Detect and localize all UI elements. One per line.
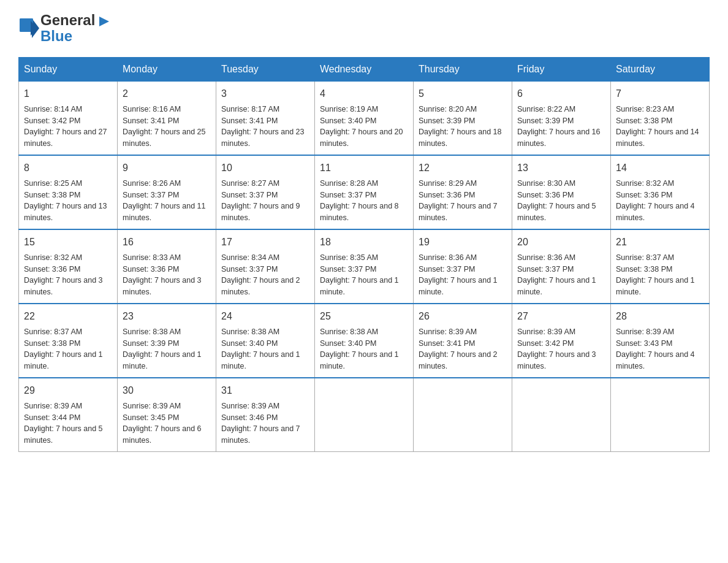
- day-number: 15: [24, 235, 112, 250]
- day-number: 3: [221, 86, 309, 101]
- day-number: 31: [221, 383, 309, 398]
- calendar-cell: [414, 378, 512, 452]
- logo-blue: Blue: [40, 28, 109, 44]
- day-info: Sunrise: 8:39 AMSunset: 3:43 PMDaylight:…: [616, 326, 704, 372]
- calendar-cell: 17Sunrise: 8:34 AMSunset: 3:37 PMDayligh…: [216, 229, 315, 304]
- day-info: Sunrise: 8:29 AMSunset: 3:36 PMDaylight:…: [419, 178, 507, 224]
- calendar-cell: 24Sunrise: 8:38 AMSunset: 3:40 PMDayligh…: [216, 304, 315, 378]
- calendar-cell: 5Sunrise: 8:20 AMSunset: 3:39 PMDaylight…: [414, 81, 512, 155]
- day-info: Sunrise: 8:39 AMSunset: 3:45 PMDaylight:…: [123, 400, 211, 446]
- day-number: 10: [221, 161, 309, 175]
- day-info: Sunrise: 8:20 AMSunset: 3:39 PMDaylight:…: [419, 104, 507, 150]
- day-info: Sunrise: 8:36 AMSunset: 3:37 PMDaylight:…: [517, 252, 605, 298]
- day-number: 17: [221, 235, 309, 250]
- day-number: 9: [123, 161, 211, 175]
- day-number: 6: [517, 86, 605, 101]
- page-header: General Blue: [18, 12, 710, 45]
- day-info: Sunrise: 8:25 AMSunset: 3:38 PMDaylight:…: [24, 178, 112, 224]
- logo-general: General: [40, 12, 95, 28]
- calendar-cell: 6Sunrise: 8:22 AMSunset: 3:39 PMDaylight…: [512, 81, 611, 155]
- day-info: Sunrise: 8:37 AMSunset: 3:38 PMDaylight:…: [616, 252, 704, 298]
- calendar-cell: 15Sunrise: 8:32 AMSunset: 3:36 PMDayligh…: [19, 229, 118, 304]
- calendar-cell: [512, 378, 611, 452]
- calendar-table: Sunday Monday Tuesday Wednesday Thursday…: [18, 57, 710, 452]
- calendar-cell: 3Sunrise: 8:17 AMSunset: 3:41 PMDaylight…: [216, 81, 315, 155]
- day-info: Sunrise: 8:38 AMSunset: 3:39 PMDaylight:…: [123, 326, 211, 372]
- day-info: Sunrise: 8:35 AMSunset: 3:37 PMDaylight:…: [320, 252, 408, 298]
- calendar-cell: 20Sunrise: 8:36 AMSunset: 3:37 PMDayligh…: [512, 229, 611, 304]
- day-number: 12: [419, 161, 507, 175]
- day-info: Sunrise: 8:39 AMSunset: 3:46 PMDaylight:…: [221, 400, 309, 446]
- calendar-header: Sunday Monday Tuesday Wednesday Thursday…: [19, 57, 710, 81]
- calendar-week-row: 8Sunrise: 8:25 AMSunset: 3:38 PMDaylight…: [19, 155, 710, 229]
- calendar-cell: 16Sunrise: 8:33 AMSunset: 3:36 PMDayligh…: [118, 229, 216, 304]
- day-number: 8: [24, 161, 112, 175]
- calendar-cell: 11Sunrise: 8:28 AMSunset: 3:37 PMDayligh…: [315, 155, 414, 229]
- day-number: 4: [320, 86, 408, 101]
- day-info: Sunrise: 8:23 AMSunset: 3:38 PMDaylight:…: [616, 104, 704, 150]
- day-info: Sunrise: 8:37 AMSunset: 3:38 PMDaylight:…: [24, 326, 112, 372]
- day-number: 18: [320, 235, 408, 250]
- svg-marker-4: [99, 17, 109, 26]
- calendar-cell: 10Sunrise: 8:27 AMSunset: 3:37 PMDayligh…: [216, 155, 315, 229]
- calendar-week-row: 1Sunrise: 8:14 AMSunset: 3:42 PMDaylight…: [19, 81, 710, 155]
- col-monday: Monday: [118, 57, 216, 81]
- day-number: 21: [616, 235, 704, 250]
- day-info: Sunrise: 8:39 AMSunset: 3:44 PMDaylight:…: [24, 400, 112, 446]
- day-number: 25: [320, 309, 408, 324]
- days-of-week-row: Sunday Monday Tuesday Wednesday Thursday…: [19, 57, 710, 81]
- calendar-cell: 2Sunrise: 8:16 AMSunset: 3:41 PMDaylight…: [118, 81, 216, 155]
- day-number: 20: [517, 235, 605, 250]
- calendar-cell: 23Sunrise: 8:38 AMSunset: 3:39 PMDayligh…: [118, 304, 216, 378]
- day-number: 27: [517, 309, 605, 324]
- day-number: 28: [616, 309, 704, 324]
- day-number: 1: [24, 86, 112, 101]
- col-tuesday: Tuesday: [216, 57, 315, 81]
- logo-icon: [18, 17, 40, 39]
- day-info: Sunrise: 8:28 AMSunset: 3:37 PMDaylight:…: [320, 178, 408, 224]
- calendar-cell: 25Sunrise: 8:38 AMSunset: 3:40 PMDayligh…: [315, 304, 414, 378]
- calendar-cell: 26Sunrise: 8:39 AMSunset: 3:41 PMDayligh…: [414, 304, 512, 378]
- day-number: 30: [123, 383, 211, 398]
- day-number: 26: [419, 309, 507, 324]
- calendar-cell: 19Sunrise: 8:36 AMSunset: 3:37 PMDayligh…: [414, 229, 512, 304]
- calendar-cell: 8Sunrise: 8:25 AMSunset: 3:38 PMDaylight…: [19, 155, 118, 229]
- calendar-body: 1Sunrise: 8:14 AMSunset: 3:42 PMDaylight…: [19, 81, 710, 451]
- day-info: Sunrise: 8:38 AMSunset: 3:40 PMDaylight:…: [320, 326, 408, 372]
- calendar-week-row: 22Sunrise: 8:37 AMSunset: 3:38 PMDayligh…: [19, 304, 710, 378]
- day-number: 22: [24, 309, 112, 324]
- calendar-cell: 22Sunrise: 8:37 AMSunset: 3:38 PMDayligh…: [19, 304, 118, 378]
- day-number: 7: [616, 86, 704, 101]
- calendar-cell: 9Sunrise: 8:26 AMSunset: 3:37 PMDaylight…: [118, 155, 216, 229]
- day-info: Sunrise: 8:32 AMSunset: 3:36 PMDaylight:…: [24, 252, 112, 298]
- day-number: 24: [221, 309, 309, 324]
- calendar-cell: 30Sunrise: 8:39 AMSunset: 3:45 PMDayligh…: [118, 378, 216, 452]
- day-info: Sunrise: 8:36 AMSunset: 3:37 PMDaylight:…: [419, 252, 507, 298]
- day-number: 14: [616, 161, 704, 175]
- calendar-cell: 18Sunrise: 8:35 AMSunset: 3:37 PMDayligh…: [315, 229, 414, 304]
- day-number: 23: [123, 309, 211, 324]
- day-info: Sunrise: 8:19 AMSunset: 3:40 PMDaylight:…: [320, 104, 408, 150]
- day-info: Sunrise: 8:14 AMSunset: 3:42 PMDaylight:…: [24, 104, 112, 150]
- day-number: 5: [419, 86, 507, 101]
- col-wednesday: Wednesday: [315, 57, 414, 81]
- day-info: Sunrise: 8:30 AMSunset: 3:36 PMDaylight:…: [517, 178, 605, 224]
- calendar-cell: 27Sunrise: 8:39 AMSunset: 3:42 PMDayligh…: [512, 304, 611, 378]
- day-number: 2: [123, 86, 211, 101]
- day-info: Sunrise: 8:39 AMSunset: 3:41 PMDaylight:…: [419, 326, 507, 372]
- calendar-cell: 31Sunrise: 8:39 AMSunset: 3:46 PMDayligh…: [216, 378, 315, 452]
- logo: General Blue: [18, 12, 109, 45]
- day-info: Sunrise: 8:27 AMSunset: 3:37 PMDaylight:…: [221, 178, 309, 224]
- day-number: 11: [320, 161, 408, 175]
- calendar-cell: 29Sunrise: 8:39 AMSunset: 3:44 PMDayligh…: [19, 378, 118, 452]
- day-info: Sunrise: 8:38 AMSunset: 3:40 PMDaylight:…: [221, 326, 309, 372]
- calendar-week-row: 29Sunrise: 8:39 AMSunset: 3:44 PMDayligh…: [19, 378, 710, 452]
- col-thursday: Thursday: [414, 57, 512, 81]
- calendar-week-row: 15Sunrise: 8:32 AMSunset: 3:36 PMDayligh…: [19, 229, 710, 304]
- calendar-cell: 12Sunrise: 8:29 AMSunset: 3:36 PMDayligh…: [414, 155, 512, 229]
- calendar-cell: 13Sunrise: 8:30 AMSunset: 3:36 PMDayligh…: [512, 155, 611, 229]
- calendar-cell: [315, 378, 414, 452]
- calendar-cell: 21Sunrise: 8:37 AMSunset: 3:38 PMDayligh…: [611, 229, 710, 304]
- calendar-cell: 7Sunrise: 8:23 AMSunset: 3:38 PMDaylight…: [611, 81, 710, 155]
- day-info: Sunrise: 8:39 AMSunset: 3:42 PMDaylight:…: [517, 326, 605, 372]
